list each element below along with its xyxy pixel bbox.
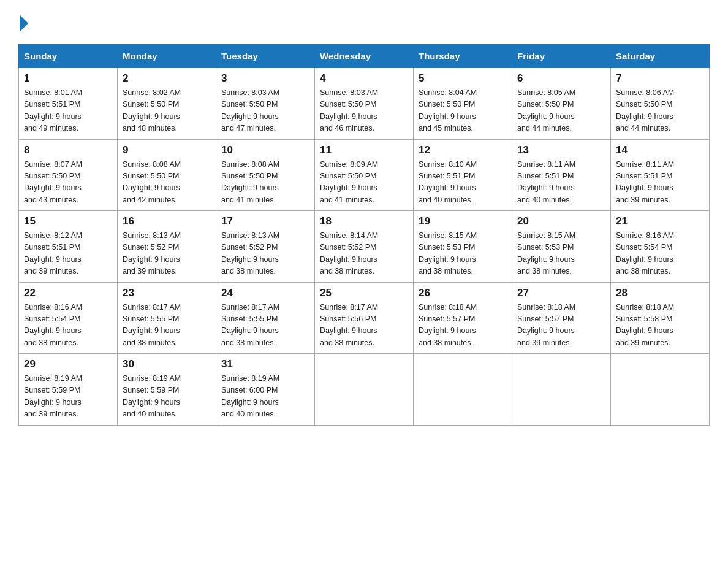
calendar-week-1: 1Sunrise: 8:01 AMSunset: 5:51 PMDaylight… xyxy=(19,68,710,140)
day-info: Sunrise: 8:03 AMSunset: 5:50 PMDaylight:… xyxy=(320,88,378,132)
day-number: 1 xyxy=(24,72,112,85)
calendar-cell: 12Sunrise: 8:10 AMSunset: 5:51 PMDayligh… xyxy=(414,139,512,211)
calendar-cell: 29Sunrise: 8:19 AMSunset: 5:59 PMDayligh… xyxy=(19,354,118,426)
calendar-cell: 17Sunrise: 8:13 AMSunset: 5:52 PMDayligh… xyxy=(216,211,315,283)
day-number: 27 xyxy=(517,287,605,299)
day-info: Sunrise: 8:10 AMSunset: 5:51 PMDaylight:… xyxy=(419,160,477,204)
calendar-week-5: 29Sunrise: 8:19 AMSunset: 5:59 PMDayligh… xyxy=(19,354,710,426)
day-info: Sunrise: 8:19 AMSunset: 5:59 PMDaylight:… xyxy=(123,374,181,418)
day-info: Sunrise: 8:13 AMSunset: 5:52 PMDaylight:… xyxy=(123,231,181,275)
day-number: 5 xyxy=(419,72,507,85)
day-info: Sunrise: 8:01 AMSunset: 5:51 PMDaylight:… xyxy=(24,88,82,132)
calendar-cell: 13Sunrise: 8:11 AMSunset: 5:51 PMDayligh… xyxy=(512,139,611,211)
page-header xyxy=(18,12,710,32)
calendar-cell: 2Sunrise: 8:02 AMSunset: 5:50 PMDaylight… xyxy=(118,68,216,140)
day-info: Sunrise: 8:19 AMSunset: 6:00 PMDaylight:… xyxy=(221,374,279,418)
day-number: 3 xyxy=(221,72,309,85)
calendar-cell: 3Sunrise: 8:03 AMSunset: 5:50 PMDaylight… xyxy=(216,68,315,140)
day-number: 22 xyxy=(24,287,112,299)
day-number: 20 xyxy=(517,215,605,228)
calendar-cell: 8Sunrise: 8:07 AMSunset: 5:50 PMDaylight… xyxy=(19,139,118,211)
day-info: Sunrise: 8:18 AMSunset: 5:57 PMDaylight:… xyxy=(517,303,575,347)
calendar-cell: 18Sunrise: 8:14 AMSunset: 5:52 PMDayligh… xyxy=(315,211,414,283)
day-number: 31 xyxy=(221,358,309,370)
calendar-cell: 1Sunrise: 8:01 AMSunset: 5:51 PMDaylight… xyxy=(19,68,118,140)
day-info: Sunrise: 8:12 AMSunset: 5:51 PMDaylight:… xyxy=(24,231,82,275)
day-info: Sunrise: 8:05 AMSunset: 5:50 PMDaylight:… xyxy=(517,88,575,132)
calendar-header: SundayMondayTuesdayWednesdayThursdayFrid… xyxy=(19,45,710,68)
calendar-cell: 19Sunrise: 8:15 AMSunset: 5:53 PMDayligh… xyxy=(414,211,512,283)
day-info: Sunrise: 8:08 AMSunset: 5:50 PMDaylight:… xyxy=(221,160,279,204)
day-number: 14 xyxy=(616,144,704,156)
calendar-cell xyxy=(512,354,611,426)
calendar-cell: 25Sunrise: 8:17 AMSunset: 5:56 PMDayligh… xyxy=(315,282,414,354)
day-info: Sunrise: 8:11 AMSunset: 5:51 PMDaylight:… xyxy=(517,160,575,204)
day-info: Sunrise: 8:19 AMSunset: 5:59 PMDaylight:… xyxy=(24,374,82,418)
day-info: Sunrise: 8:02 AMSunset: 5:50 PMDaylight:… xyxy=(123,88,181,132)
day-info: Sunrise: 8:09 AMSunset: 5:50 PMDaylight:… xyxy=(320,160,378,204)
calendar-cell: 20Sunrise: 8:15 AMSunset: 5:53 PMDayligh… xyxy=(512,211,611,283)
day-number: 15 xyxy=(24,215,112,228)
day-info: Sunrise: 8:14 AMSunset: 5:52 PMDaylight:… xyxy=(320,231,378,275)
day-number: 7 xyxy=(616,72,704,85)
weekday-header-tuesday: Tuesday xyxy=(216,45,315,68)
calendar-cell: 14Sunrise: 8:11 AMSunset: 5:51 PMDayligh… xyxy=(611,139,710,211)
calendar-cell xyxy=(414,354,512,426)
calendar-cell: 7Sunrise: 8:06 AMSunset: 5:50 PMDaylight… xyxy=(611,68,710,140)
weekday-header-sunday: Sunday xyxy=(19,45,118,68)
calendar-cell xyxy=(611,354,710,426)
day-info: Sunrise: 8:07 AMSunset: 5:50 PMDaylight:… xyxy=(24,160,82,204)
day-number: 24 xyxy=(221,287,309,299)
day-number: 18 xyxy=(320,215,408,228)
day-info: Sunrise: 8:06 AMSunset: 5:50 PMDaylight:… xyxy=(616,88,674,132)
day-info: Sunrise: 8:11 AMSunset: 5:51 PMDaylight:… xyxy=(616,160,674,204)
day-number: 29 xyxy=(24,358,112,370)
day-number: 12 xyxy=(419,144,507,156)
day-info: Sunrise: 8:16 AMSunset: 5:54 PMDaylight:… xyxy=(24,303,82,347)
calendar-cell: 10Sunrise: 8:08 AMSunset: 5:50 PMDayligh… xyxy=(216,139,315,211)
calendar-cell: 23Sunrise: 8:17 AMSunset: 5:55 PMDayligh… xyxy=(118,282,216,354)
calendar-cell: 30Sunrise: 8:19 AMSunset: 5:59 PMDayligh… xyxy=(118,354,216,426)
day-info: Sunrise: 8:15 AMSunset: 5:53 PMDaylight:… xyxy=(517,231,575,275)
day-number: 19 xyxy=(419,215,507,228)
calendar-cell: 27Sunrise: 8:18 AMSunset: 5:57 PMDayligh… xyxy=(512,282,611,354)
day-info: Sunrise: 8:18 AMSunset: 5:58 PMDaylight:… xyxy=(616,303,674,347)
day-number: 10 xyxy=(221,144,309,156)
day-info: Sunrise: 8:17 AMSunset: 5:55 PMDaylight:… xyxy=(221,303,279,347)
calendar-cell: 11Sunrise: 8:09 AMSunset: 5:50 PMDayligh… xyxy=(315,139,414,211)
day-info: Sunrise: 8:03 AMSunset: 5:50 PMDaylight:… xyxy=(221,88,279,132)
day-number: 23 xyxy=(123,287,211,299)
day-number: 21 xyxy=(616,215,704,228)
calendar-cell: 5Sunrise: 8:04 AMSunset: 5:50 PMDaylight… xyxy=(414,68,512,140)
day-number: 17 xyxy=(221,215,309,228)
calendar-week-2: 8Sunrise: 8:07 AMSunset: 5:50 PMDaylight… xyxy=(19,139,710,211)
day-number: 8 xyxy=(24,144,112,156)
day-number: 13 xyxy=(517,144,605,156)
weekday-header-friday: Friday xyxy=(512,45,611,68)
weekday-header-saturday: Saturday xyxy=(611,45,710,68)
calendar-week-4: 22Sunrise: 8:16 AMSunset: 5:54 PMDayligh… xyxy=(19,282,710,354)
calendar-cell: 15Sunrise: 8:12 AMSunset: 5:51 PMDayligh… xyxy=(19,211,118,283)
calendar-cell: 28Sunrise: 8:18 AMSunset: 5:58 PMDayligh… xyxy=(611,282,710,354)
logo-triangle-icon xyxy=(20,15,28,32)
day-info: Sunrise: 8:13 AMSunset: 5:52 PMDaylight:… xyxy=(221,231,279,275)
day-info: Sunrise: 8:15 AMSunset: 5:53 PMDaylight:… xyxy=(419,231,477,275)
day-number: 4 xyxy=(320,72,408,85)
day-number: 11 xyxy=(320,144,408,156)
logo xyxy=(18,12,28,32)
day-info: Sunrise: 8:18 AMSunset: 5:57 PMDaylight:… xyxy=(419,303,477,347)
day-number: 9 xyxy=(123,144,211,156)
weekday-header-wednesday: Wednesday xyxy=(315,45,414,68)
day-number: 30 xyxy=(123,358,211,370)
calendar-cell: 24Sunrise: 8:17 AMSunset: 5:55 PMDayligh… xyxy=(216,282,315,354)
calendar-cell: 21Sunrise: 8:16 AMSunset: 5:54 PMDayligh… xyxy=(611,211,710,283)
day-info: Sunrise: 8:16 AMSunset: 5:54 PMDaylight:… xyxy=(616,231,674,275)
day-number: 28 xyxy=(616,287,704,299)
calendar-cell: 4Sunrise: 8:03 AMSunset: 5:50 PMDaylight… xyxy=(315,68,414,140)
day-number: 16 xyxy=(123,215,211,228)
day-number: 25 xyxy=(320,287,408,299)
calendar-cell: 31Sunrise: 8:19 AMSunset: 6:00 PMDayligh… xyxy=(216,354,315,426)
calendar-cell: 22Sunrise: 8:16 AMSunset: 5:54 PMDayligh… xyxy=(19,282,118,354)
day-info: Sunrise: 8:17 AMSunset: 5:56 PMDaylight:… xyxy=(320,303,378,347)
day-number: 26 xyxy=(419,287,507,299)
